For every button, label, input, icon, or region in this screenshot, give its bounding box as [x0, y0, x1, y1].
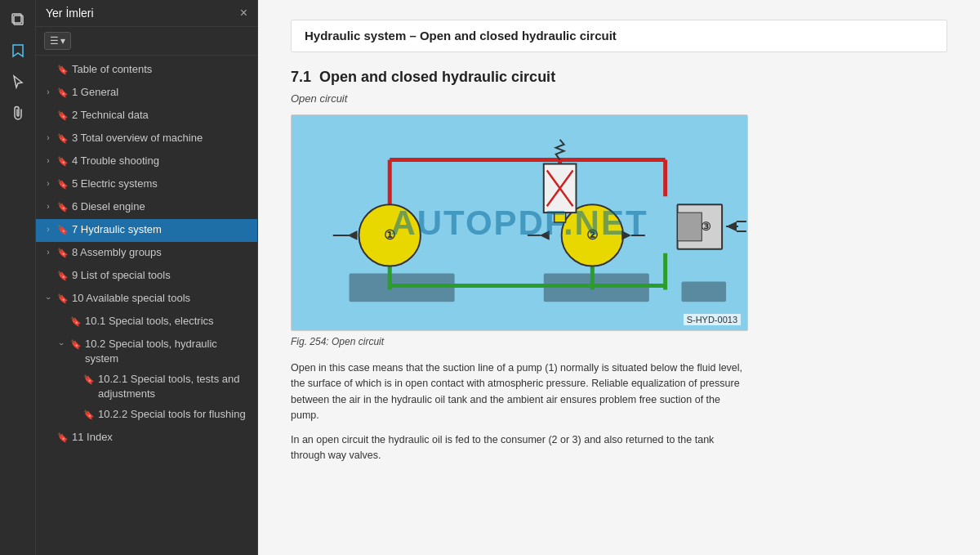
open-circuit-label: Open circuit — [291, 92, 947, 105]
bookmark-panel-icon[interactable] — [5, 38, 31, 64]
chevron-10-2: › — [55, 338, 68, 350]
hydraulic-diagram: ① ② ③ — [291, 114, 748, 331]
sidebar-item-10-2[interactable]: › 🔖 10.2 Special tools, hydraulic system — [36, 333, 257, 369]
chevron-8: › — [42, 246, 54, 259]
svg-text:②: ② — [586, 228, 598, 242]
sidebar-label-3: 3 Total overview of machine — [72, 131, 251, 145]
chevron-7: › — [42, 223, 54, 236]
description-para-1: Open in this case means that the suction… — [291, 360, 748, 424]
chevron-10: › — [42, 293, 55, 304]
sidebar-item-8[interactable]: › 🔖 8 Assembly groups — [36, 242, 257, 265]
sidebar-toolbar: ☰ ▾ — [36, 27, 257, 56]
chevron-5: › — [42, 177, 54, 190]
sidebar-item-2[interactable]: 🔖 2 Technical data — [36, 105, 257, 128]
sidebar-label-10-1: 10.1 Special tools, electrics — [85, 314, 251, 329]
sidebar-tree: 🔖 Table of contents › 🔖 1 General 🔖 2 Te… — [36, 56, 257, 555]
sidebar-item-7[interactable]: › 🔖 7 Hydraulic system — [36, 219, 257, 242]
sidebar-label-2: 2 Technical data — [72, 108, 251, 123]
view-options-button[interactable]: ☰ ▾ — [44, 32, 71, 50]
bookmark-1: 🔖 — [57, 86, 69, 99]
chevron-6: › — [42, 200, 54, 213]
diagram-id-label: S-HYD-0013 — [684, 314, 741, 325]
bookmark-6: 🔖 — [57, 200, 69, 213]
description-block: Open in this case means that the suction… — [291, 360, 748, 463]
bookmark-8: 🔖 — [57, 246, 69, 259]
sidebar-item-10-2-2[interactable]: 🔖 10.2.2 Special tools for flushing — [36, 404, 257, 427]
sidebar-item-11[interactable]: 🔖 11 Index — [36, 427, 257, 450]
sidebar-label-1: 1 General — [72, 85, 251, 100]
bookmark-3: 🔖 — [57, 132, 69, 145]
sidebar-label-10: 10 Available special tools — [72, 291, 251, 306]
chevron-placeholder-10-2-1 — [69, 373, 80, 386]
close-button[interactable]: × — [240, 7, 247, 20]
sidebar-label-6: 6 Diesel engine — [72, 199, 251, 214]
sidebar-item-6[interactable]: › 🔖 6 Diesel engine — [36, 196, 257, 219]
sidebar-item-4[interactable]: › 🔖 4 Trouble shooting — [36, 150, 257, 173]
bookmark-10-2: 🔖 — [70, 338, 82, 351]
sidebar-item-10-1[interactable]: 🔖 10.1 Special tools, electrics — [36, 311, 257, 333]
bookmark-7: 🔖 — [57, 223, 69, 236]
dropdown-arrow: ▾ — [60, 35, 65, 47]
sidebar-label-7: 7 Hydraulic system — [72, 222, 251, 237]
sidebar-item-9[interactable]: 🔖 9 List of special tools — [36, 265, 257, 288]
copy-icon[interactable] — [5, 7, 31, 33]
sidebar-item-3[interactable]: › 🔖 3 Total overview of machine — [36, 128, 257, 150]
bookmark-toc: 🔖 — [57, 63, 69, 76]
paperclip-icon[interactable] — [5, 100, 31, 126]
svg-rect-25 — [678, 213, 702, 241]
bookmark-10-2-1: 🔖 — [83, 373, 95, 386]
bookmark-2: 🔖 — [57, 109, 69, 122]
sidebar-label-9: 9 List of special tools — [72, 268, 251, 283]
svg-rect-31 — [555, 213, 566, 222]
sidebar-panel: Yer İmleri × ☰ ▾ 🔖 Table of contents › 🔖… — [36, 0, 258, 555]
bookmark-4: 🔖 — [57, 154, 69, 168]
bookmark-10-2-2: 🔖 — [83, 408, 95, 421]
sidebar-item-10-2-1[interactable]: 🔖 10.2.1 Special tools, tests and adjust… — [36, 369, 257, 404]
sidebar-title: Yer İmleri — [46, 7, 94, 20]
sidebar-label-5: 5 Electric systems — [72, 177, 251, 191]
chevron-placeholder-2 — [42, 109, 54, 122]
bookmark-11: 🔖 — [57, 431, 69, 444]
bookmark-10-1: 🔖 — [70, 315, 82, 328]
chevron-placeholder-10-1 — [56, 315, 67, 328]
section-title: 7.1 Open and closed hydraulic circuit — [291, 69, 947, 86]
sidebar-item-1[interactable]: › 🔖 1 General — [36, 82, 257, 105]
sidebar-label-10-2: 10.2 Special tools, hydraulic system — [85, 337, 251, 365]
left-toolbar — [0, 0, 36, 555]
svg-text:③: ③ — [701, 220, 711, 233]
sidebar-label-4: 4 Trouble shooting — [72, 154, 251, 168]
chevron-3: › — [42, 132, 54, 145]
chevron-4: › — [42, 154, 54, 168]
main-content-area: Hydraulic system – Open and closed hydra… — [258, 0, 980, 555]
chevron-placeholder — [42, 63, 54, 76]
page-header-box: Hydraulic system – Open and closed hydra… — [291, 20, 947, 52]
sidebar-label-8: 8 Assembly groups — [72, 245, 251, 260]
svg-rect-5 — [681, 281, 726, 302]
bookmark-10: 🔖 — [57, 292, 69, 305]
chevron-1: › — [42, 86, 54, 99]
page-header-title: Hydraulic system – Open and closed hydra… — [305, 29, 617, 43]
svg-rect-3 — [350, 274, 455, 302]
cursor-icon[interactable] — [5, 69, 31, 95]
diagram-caption: Fig. 254: Open circuit — [291, 336, 947, 347]
chevron-placeholder-11 — [42, 431, 54, 444]
sidebar-label-10-2-2: 10.2.2 Special tools for flushing — [98, 407, 251, 422]
sidebar-item-label: Table of contents — [72, 62, 251, 77]
sidebar-item-5[interactable]: › 🔖 5 Electric systems — [36, 173, 257, 196]
sidebar-header: Yer İmleri × — [36, 0, 257, 27]
bookmark-5: 🔖 — [57, 177, 69, 190]
svg-rect-4 — [544, 274, 649, 302]
description-para-2: In an open circuit the hydraulic oil is … — [291, 432, 748, 464]
chevron-placeholder-9 — [42, 269, 54, 282]
chevron-placeholder-10-2-2 — [69, 408, 80, 421]
sidebar-item-toc[interactable]: 🔖 Table of contents — [36, 59, 257, 82]
sidebar-label-10-2-1: 10.2.1 Special tools, tests and adjustme… — [98, 372, 251, 401]
svg-text:①: ① — [384, 228, 395, 242]
view-options-icon: ☰ — [50, 35, 59, 47]
sidebar-label-11: 11 Index — [72, 430, 251, 445]
bookmark-9: 🔖 — [57, 269, 69, 282]
sidebar-item-10[interactable]: › 🔖 10 Available special tools — [36, 288, 257, 311]
